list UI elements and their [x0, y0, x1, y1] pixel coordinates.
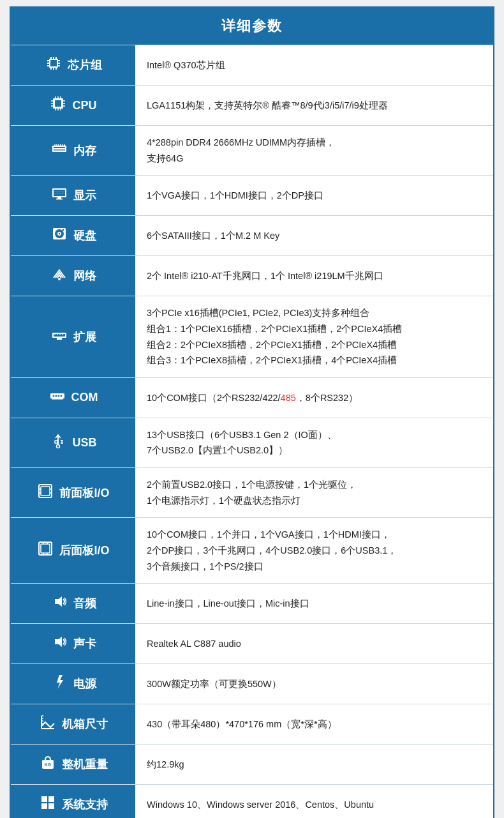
value-display: 1个VGA接口，1个HDMI接口，2个DP接口 [135, 176, 493, 215]
label-com: COM [11, 378, 135, 418]
value-harddisk: 6个SATAIII接口，1个M.2 M Key [135, 216, 493, 255]
label-text-network: 网络 [73, 268, 96, 284]
table-row: 系统支持 Windows 10、Windows server 2016、Cent… [11, 784, 493, 818]
table-row: 后面板I/O 10个COM接口，1个并口，1个VGA接口，1个HDMI接口， 2… [11, 517, 493, 583]
value-front-io: 2个前置USB2.0接口，1个电源按键，1个光驱位， 1个电源指示灯，1个硬盘状… [135, 468, 493, 517]
label-text-rear-io: 后面板I/O [59, 543, 109, 558]
value-text-soundcard: Realtek AL C887 audio [147, 636, 482, 652]
label-cpu: CPU [11, 86, 135, 125]
svg-rect-51 [54, 333, 56, 335]
table-row: 内存 4*288pin DDR4 2666MHz UDIMM内存插槽， 支持64… [11, 125, 493, 175]
svg-rect-55 [57, 338, 62, 340]
label-text-weight: 整机重量 [62, 757, 108, 772]
rearpanel-icon [36, 540, 54, 561]
value-memory: 4*288pin DDR4 2666MHz UDIMM内存插槽， 支持64G [135, 126, 493, 175]
value-expansion: 3个PCIe x16插槽(PCIe1, PCIe2, PCIe3)支持多种组合 … [135, 296, 493, 377]
harddisk-icon [50, 225, 68, 246]
value-text-audio: Line-in接口，Line-out接口，Mic-in接口 [147, 596, 482, 612]
com-text-2: ，8个RS232） [296, 393, 358, 403]
value-text-usb: 13个USB接口（6个USB3.1 Gen 2（IO面）、 7个USB2.0【内… [147, 427, 482, 458]
svg-rect-56 [50, 393, 64, 398]
label-dimensions: 机箱尺寸 [11, 704, 135, 744]
table-row: KG 整机重量 约12.9kg [11, 744, 493, 784]
value-text-expansion: 3个PCIe x16插槽(PCIe1, PCIe2, PCIe3)支持多种组合 … [147, 305, 482, 368]
value-network: 2个 Intel® i210-AT千兆网口，1个 Intel® i219LM千兆… [135, 256, 493, 296]
value-text-rear-io: 10个COM接口，1个并口，1个VGA接口，1个HDMI接口， 2个DP接口，3… [147, 527, 482, 574]
svg-rect-90 [48, 796, 54, 802]
value-audio: Line-in接口，Line-out接口，Mic-in接口 [135, 584, 493, 623]
value-usb: 13个USB接口（6个USB3.1 Gen 2（IO面）、 7个USB2.0【内… [135, 418, 493, 467]
value-power: 300W额定功率（可更换550W） [135, 664, 493, 704]
value-text-cpu: LGA1151构架，支持英特尔® 酷睿™8/9代i3/i5/i7/i9处理器 [147, 98, 482, 114]
network-icon [50, 265, 68, 287]
svg-rect-36 [54, 149, 65, 151]
table-row: 网络 2个 Intel® i210-AT千兆网口，1个 Intel® i219L… [11, 255, 493, 296]
dimensions-icon [39, 713, 57, 735]
value-text-display: 1个VGA接口，1个HDMI接口，2个DP接口 [147, 188, 482, 204]
svg-point-60 [60, 395, 62, 397]
label-text-expansion: 扩展 [73, 329, 96, 345]
label-power: 电源 [11, 664, 135, 704]
label-text-harddisk: 硬盘 [73, 228, 96, 243]
label-text-audio: 音频 [73, 596, 96, 611]
label-text-memory: 内存 [73, 143, 96, 158]
table-row: COM 10个COM接口（2个RS232/422/485，8个RS232） [11, 377, 493, 418]
value-chipset: Intel® Q370芯片组 [135, 45, 493, 85]
label-memory: 内存 [11, 126, 135, 175]
svg-rect-39 [57, 197, 61, 199]
label-expansion: 扩展 [11, 296, 135, 377]
table-row: 前面板I/O 2个前置USB2.0接口，1个电源按键，1个光驱位， 1个电源指示… [11, 467, 493, 517]
label-rear-io: 后面板I/O [11, 518, 135, 583]
specs-table: 详细参数 [10, 6, 494, 818]
svg-rect-54 [62, 333, 63, 335]
soundcard-icon [50, 633, 68, 655]
svg-point-48 [58, 278, 61, 280]
audio-icon [50, 593, 68, 614]
label-text-front-io: 前面板I/O [59, 485, 109, 501]
svg-rect-74 [41, 544, 50, 553]
svg-rect-68 [41, 487, 50, 496]
power-icon [50, 673, 68, 695]
memory-icon [50, 140, 68, 162]
table-row: 硬盘 6个SATAIII接口，1个M.2 M Key [11, 215, 493, 255]
svg-rect-1 [50, 60, 57, 66]
svg-point-57 [52, 395, 54, 397]
value-text-memory: 4*288pin DDR4 2666MHz UDIMM内存插槽， 支持64G [147, 135, 482, 166]
table-row: CPU LGA1151构架，支持英特尔® 酷睿™8/9代i3/i5/i7/i9处… [11, 85, 493, 125]
svg-rect-53 [59, 333, 61, 335]
label-text-usb: USB [72, 436, 96, 450]
table-row: 机箱尺寸 430（带耳朵480）*470*176 mm（宽*深*高） [11, 704, 493, 744]
label-front-io: 前面板I/O [11, 468, 135, 517]
svg-rect-15 [55, 100, 61, 107]
svg-point-47 [62, 229, 64, 231]
label-harddisk: 硬盘 [11, 216, 135, 255]
label-audio: 音频 [11, 584, 135, 623]
usb-icon [49, 432, 67, 453]
com-text-1: 10个COM接口（2个RS232/422/ [147, 393, 281, 403]
com-icon [48, 387, 66, 409]
value-text-network: 2个 Intel® i210-AT千兆网口，1个 Intel® i219LM千兆… [147, 268, 482, 284]
svg-rect-29 [54, 147, 65, 148]
value-text-power: 300W额定功率（可更换550W） [147, 676, 482, 692]
table-row: 电源 300W额定功率（可更换550W） [11, 663, 493, 704]
value-text-dimensions: 430（带耳朵480）*470*176 mm（宽*深*高） [147, 716, 482, 732]
os-icon [39, 794, 57, 815]
table-row: 声卡 Realtek AL C887 audio [11, 623, 493, 663]
value-com: 10个COM接口（2个RS232/422/485，8个RS232） [135, 378, 493, 418]
label-text-com: COM [71, 391, 98, 404]
table-row: USB 13个USB接口（6个USB3.1 Gen 2（IO面）、 7个USB2… [11, 418, 493, 467]
svg-point-66 [57, 445, 60, 448]
value-rear-io: 10个COM接口，1个并口，1个VGA接口，1个HDMI接口， 2个DP接口，3… [135, 518, 493, 583]
value-dimensions: 430（带耳朵480）*470*176 mm（宽*深*高） [135, 704, 493, 744]
table-row: 芯片组 Intel® Q370芯片组 [11, 45, 493, 85]
weight-icon: KG [39, 754, 57, 775]
label-weight: KG 整机重量 [11, 745, 135, 784]
label-text-power: 电源 [73, 676, 96, 692]
expansion-icon [50, 326, 68, 348]
label-network: 网络 [11, 256, 135, 296]
svg-rect-38 [54, 190, 65, 196]
value-cpu: LGA1151构架，支持英特尔® 酷睿™8/9代i3/i5/i7/i9处理器 [135, 86, 493, 125]
value-weight: 约12.9kg [135, 745, 493, 784]
svg-rect-40 [56, 199, 63, 200]
cpu-icon [49, 95, 67, 116]
